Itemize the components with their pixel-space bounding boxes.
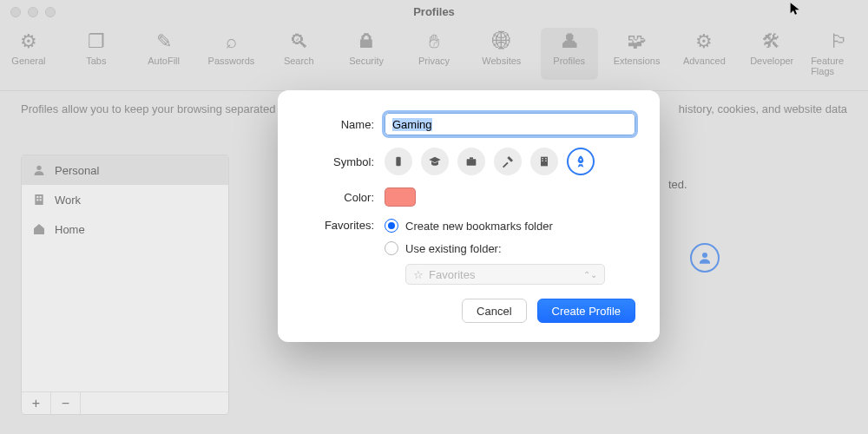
sidebar-item-work[interactable]: Work <box>22 185 228 214</box>
sidebar-item-label: Work <box>55 194 81 207</box>
sidebar-item-personal[interactable]: Personal <box>22 155 228 185</box>
radio-icon <box>385 241 398 255</box>
profile-detail-text-fragment: ted. <box>668 178 687 191</box>
symbol-option-briefcase[interactable] <box>457 148 485 175</box>
building-icon <box>32 193 46 207</box>
svg-rect-8 <box>467 159 477 165</box>
person-icon <box>697 250 713 266</box>
svg-point-15 <box>580 159 582 161</box>
toolbar-label: Extensions <box>614 56 661 66</box>
remove-profile-button[interactable]: − <box>51 392 81 414</box>
grad-cap-icon <box>428 155 442 168</box>
toolbar-label: Developer <box>750 56 793 66</box>
star-icon: ☆ <box>413 268 424 281</box>
symbol-option-badge[interactable] <box>385 148 412 175</box>
toolbar-item-general[interactable]: ⚙︎ General <box>0 28 57 80</box>
globe-icon: 🌐︎ <box>491 31 512 52</box>
symbol-option-building[interactable] <box>530 148 558 175</box>
color-picker[interactable] <box>385 187 416 207</box>
window-title: Profiles <box>0 5 868 18</box>
sidebar-item-label: Personal <box>55 164 99 177</box>
toolbar-label: Advanced <box>683 56 726 66</box>
sidebar-item-home[interactable]: Home <box>22 214 228 244</box>
toolbar-item-search[interactable]: 🔍︎ Search <box>270 28 327 80</box>
gear-icon: ⚙︎ <box>18 31 39 52</box>
symbol-option-grad-cap[interactable] <box>421 148 449 175</box>
radio-label: Use existing folder: <box>405 242 502 255</box>
create-profile-button[interactable]: Create Profile <box>537 299 635 323</box>
radio-icon <box>385 219 398 233</box>
svg-point-6 <box>702 253 707 258</box>
toolbar-label: Search <box>284 56 314 66</box>
toolbar-item-developer[interactable]: 🛠︎ Developer <box>743 28 800 80</box>
mouse-cursor <box>788 2 802 16</box>
toolbar-label: AutoFill <box>148 56 180 66</box>
radio-label: Create new bookmarks folder <box>405 220 553 233</box>
autofill-icon: ✎ <box>154 31 174 52</box>
svg-rect-5 <box>40 199 42 201</box>
symbol-option-rocket[interactable] <box>567 148 595 175</box>
favorites-label: Favorites: <box>302 219 385 232</box>
toolbar-label: Security <box>349 56 384 66</box>
person-icon <box>32 163 46 177</box>
toolbar-item-autofill[interactable]: ✎ AutoFill <box>135 28 193 80</box>
toolbar-label: Tabs <box>86 56 106 66</box>
toolbar-item-privacy[interactable]: ✋︎ Privacy <box>405 28 463 80</box>
profile-name-input[interactable] <box>385 113 635 135</box>
svg-rect-2 <box>36 196 38 198</box>
toolbar-label: Feature Flags <box>811 56 868 76</box>
profile-avatar-circle[interactable] <box>690 243 720 273</box>
flags-icon: 🏳︎ <box>829 31 850 52</box>
briefcase-icon <box>464 155 478 168</box>
svg-rect-13 <box>542 161 542 161</box>
preferences-toolbar: ⚙︎ General ❐ Tabs ✎ AutoFill ⌕ Passwords… <box>0 24 868 91</box>
sidebar-item-label: Home <box>55 223 85 236</box>
toolbar-label: Profiles <box>553 56 585 66</box>
search-icon: 🔍︎ <box>288 31 309 52</box>
symbol-option-hammer[interactable] <box>494 148 522 175</box>
toolbar-item-passwords[interactable]: ⌕ Passwords <box>203 28 260 80</box>
chevron-updown-icon: ⌃⌄ <box>583 270 597 279</box>
gears-icon: ⚙︎ <box>694 31 714 52</box>
favorites-folder-select[interactable]: ☆ Favorites ⌃⌄ <box>405 264 605 285</box>
toolbar-item-feature-flags[interactable]: 🏳︎ Feature Flags <box>811 28 868 80</box>
toolbar-label: Passwords <box>208 56 255 66</box>
toolbar-item-extensions[interactable]: 🧩︎ Extensions <box>608 28 666 80</box>
person-icon: 👤︎ <box>559 31 580 52</box>
rocket-icon <box>574 155 588 168</box>
hammer-icon <box>501 155 515 168</box>
symbol-picker <box>385 148 595 175</box>
toolbar-label: Privacy <box>418 56 450 66</box>
svg-rect-12 <box>545 158 546 159</box>
favorites-option-existing[interactable]: Use existing folder: <box>385 241 605 255</box>
toolbar-item-profiles[interactable]: 👤︎ Profiles <box>541 28 598 80</box>
color-label: Color: <box>302 191 385 204</box>
toolbar-item-websites[interactable]: 🌐︎ Websites <box>473 28 530 80</box>
svg-rect-4 <box>36 199 38 201</box>
key-icon: ⌕ <box>220 31 241 52</box>
toolbar-item-advanced[interactable]: ⚙︎ Advanced <box>675 28 733 80</box>
building-icon <box>537 155 551 168</box>
add-profile-button[interactable]: + <box>22 392 51 414</box>
svg-rect-7 <box>396 157 400 167</box>
toolbar-item-tabs[interactable]: ❐ Tabs <box>68 28 125 80</box>
create-profile-dialog: Name: Symbol: Color: <box>278 90 660 342</box>
svg-rect-1 <box>35 194 43 205</box>
sidebar-footer: + − <box>22 391 228 414</box>
symbol-label: Symbol: <box>302 155 385 168</box>
svg-rect-11 <box>542 158 542 159</box>
cancel-button[interactable]: Cancel <box>462 299 526 323</box>
name-label: Name: <box>302 118 385 131</box>
svg-rect-14 <box>545 161 546 161</box>
lock-icon: 🔒︎ <box>356 31 377 52</box>
puzzle-icon: 🧩︎ <box>627 31 648 52</box>
svg-rect-10 <box>541 157 548 167</box>
folder-select-value: Favorites <box>429 268 475 281</box>
toolbar-item-security[interactable]: 🔒︎ Security <box>338 28 395 80</box>
favorites-option-new[interactable]: Create new bookmarks folder <box>385 219 605 233</box>
profiles-sidebar: Personal Work Home + − <box>21 155 229 415</box>
house-icon <box>32 222 46 236</box>
badge-icon <box>391 155 405 168</box>
svg-rect-9 <box>470 157 473 159</box>
svg-point-0 <box>36 166 41 170</box>
